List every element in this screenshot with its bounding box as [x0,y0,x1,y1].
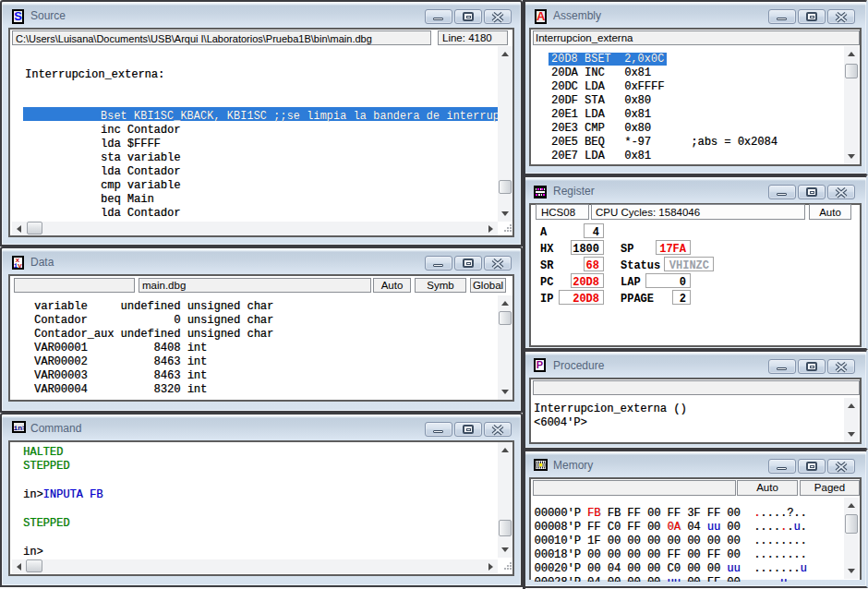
svg-text:y: y [18,261,22,268]
svg-text:in>: in> [14,424,24,431]
